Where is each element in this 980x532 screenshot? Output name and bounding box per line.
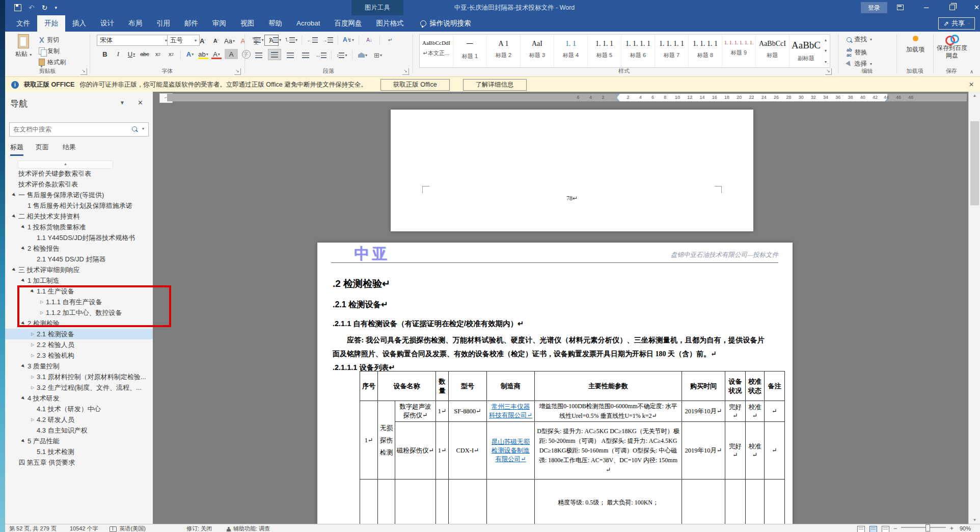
share-button[interactable]: ⇗ 共享 ▾ xyxy=(938,17,975,30)
nav-item[interactable]: 4.3 自主知识产权 xyxy=(5,425,153,436)
change-case-button[interactable]: Aa▾ xyxy=(224,36,235,46)
nav-item[interactable]: ▷2.3 检验机构 xyxy=(5,350,153,361)
bullets-button[interactable]: ▾ xyxy=(253,35,265,45)
close-button[interactable]: ✕ xyxy=(965,0,980,15)
chevron-down-icon[interactable]: ▼ xyxy=(120,100,125,105)
justify-button[interactable] xyxy=(300,50,312,60)
nav-item[interactable]: ▶5 产品性能 xyxy=(5,436,153,446)
save-to-netdisk-button[interactable]: 保存到百度网盘 xyxy=(936,35,968,60)
save-icon[interactable] xyxy=(14,4,21,11)
font-name-combobox[interactable]: 宋体▾ xyxy=(97,35,170,46)
ribbon-display-options-button[interactable] xyxy=(889,0,912,15)
redo-icon[interactable]: ↻ xyxy=(42,4,48,12)
page-indicator[interactable]: 第 52 页, 共 279 页 xyxy=(9,525,57,532)
find-button[interactable]: 查找▾ xyxy=(847,35,872,44)
ribbon-tab-8[interactable]: 审阅 xyxy=(205,15,233,32)
navigation-close-icon[interactable]: ✕ xyxy=(138,99,143,107)
horizontal-ruler[interactable]: 6422468101214161820222426283032343638404… xyxy=(167,94,967,101)
align-center-button[interactable] xyxy=(268,49,281,60)
style-item[interactable]: 1. 1标题 4 xyxy=(554,35,588,67)
nav-item[interactable]: ▶1 加工制造 xyxy=(5,275,153,286)
collapse-arrow-icon[interactable]: ▷ xyxy=(38,300,46,304)
expand-arrow-icon[interactable]: ▶ xyxy=(19,362,28,371)
strikethrough-button[interactable]: abc xyxy=(140,49,150,59)
zoom-in-button[interactable]: + xyxy=(950,525,954,532)
style-item[interactable]: A 1标题 2 xyxy=(487,35,521,67)
nav-item[interactable]: ▷4.2 研发人员 xyxy=(5,414,153,425)
ribbon-tab-10[interactable]: 帮助 xyxy=(261,15,289,32)
nav-item[interactable]: 5.1 技术检测 xyxy=(5,446,153,457)
paragraph-dialog-launcher[interactable]: ↘ xyxy=(402,68,409,75)
language-indicator[interactable]: 英语(美国) xyxy=(120,525,146,532)
nav-item[interactable]: 4.1 技术（研发）中心 xyxy=(5,404,153,414)
zoom-out-button[interactable]: − xyxy=(893,525,897,532)
web-layout-button[interactable] xyxy=(882,526,889,532)
highlight-color-button[interactable]: ab▾ xyxy=(198,49,208,59)
zoom-slider[interactable] xyxy=(901,527,946,528)
expand-arrow-icon[interactable]: ▶ xyxy=(28,287,37,296)
italic-button[interactable]: I xyxy=(113,49,123,59)
clipboard-dialog-launcher[interactable]: ↘ xyxy=(80,68,87,75)
ribbon-tab-7[interactable]: 邮件 xyxy=(177,15,205,32)
replace-button[interactable]: abac 替换 xyxy=(847,47,867,58)
collapse-arrow-icon[interactable]: ▷ xyxy=(29,332,37,336)
nav-item[interactable]: ▶3 质量控制 xyxy=(5,361,153,371)
expand-arrow-icon[interactable]: ▶ xyxy=(10,212,19,221)
nav-item[interactable]: ▶2 检测检验 xyxy=(5,318,153,329)
ribbon-tab-5[interactable]: 布局 xyxy=(121,15,149,32)
font-color-button[interactable]: A▾ xyxy=(211,49,222,59)
nav-item[interactable]: ▶1.1 生产设备 xyxy=(5,286,153,297)
increase-indent-button[interactable]: → xyxy=(321,35,334,45)
scrollbar-thumb[interactable] xyxy=(970,121,979,205)
nav-item[interactable]: 1 售后服务相关计划及保障措施承诺 xyxy=(5,200,153,211)
vertical-scrollbar[interactable]: ▲ ▼ xyxy=(968,92,980,524)
read-mode-button[interactable] xyxy=(857,526,865,532)
nav-item[interactable]: ▶2 检验报告 xyxy=(5,243,153,254)
decrease-indent-button[interactable]: ← xyxy=(306,35,318,45)
proofing-icon[interactable] xyxy=(110,526,117,532)
notice-close-icon[interactable]: ✕ xyxy=(969,81,974,88)
style-item[interactable]: AaBbCcI标题 xyxy=(756,35,790,67)
style-item[interactable]: AaBbC副标题 xyxy=(790,35,823,67)
nav-item[interactable]: ▷3.1 原材料控制（对原材料制定检验... xyxy=(5,371,153,382)
word-count[interactable]: 10542 个字 xyxy=(70,525,98,532)
expand-arrow-icon[interactable]: ▶ xyxy=(19,319,28,328)
align-left-button[interactable] xyxy=(253,50,265,60)
borders-button[interactable]: ⊞▾ xyxy=(372,50,384,60)
document-search-box[interactable]: ▾ xyxy=(9,122,149,137)
collapse-arrow-icon[interactable]: ▷ xyxy=(29,417,37,422)
zoom-level[interactable]: 90% xyxy=(960,525,971,531)
styles-gallery-scroll[interactable]: ▲ ▼ ▼̱ xyxy=(822,34,830,68)
nav-item[interactable]: 技术评价条款索引表 xyxy=(5,179,153,190)
minimize-button[interactable]: ─ xyxy=(915,0,938,15)
expand-arrow-icon[interactable]: ▶ xyxy=(19,437,28,446)
zoom-slider-thumb[interactable] xyxy=(925,524,930,531)
nav-item[interactable]: ▶1 投标货物质量标准 xyxy=(5,222,153,232)
ribbon-tab-2[interactable]: 开始 xyxy=(37,15,65,32)
clear-formatting-button[interactable]: A xyxy=(238,36,248,46)
nav-item[interactable]: ▶一 售后服务保障承诺(等提供) xyxy=(5,190,153,200)
asian-layout-button[interactable]: A↯▾ xyxy=(342,35,355,45)
ribbon-tab-12[interactable]: 百度网盘 xyxy=(328,15,369,32)
restore-button[interactable] xyxy=(941,0,964,15)
cut-button[interactable]: 剪切 xyxy=(39,35,59,45)
font-size-combobox[interactable]: 五号▾ xyxy=(167,35,200,46)
undo-icon[interactable]: ↶ xyxy=(29,4,35,12)
style-item[interactable]: 1. 1. 1. 1标题 7 xyxy=(655,35,689,67)
multilevel-list-button[interactable]: ⒈▾ xyxy=(284,35,297,45)
customize-qat-icon[interactable]: ▾ xyxy=(55,5,57,10)
subscript-button[interactable]: x2 xyxy=(153,49,163,59)
style-item[interactable]: 1. 1. 1. 1标题 6 xyxy=(621,35,655,67)
character-shading-button[interactable]: A xyxy=(225,49,238,59)
manufacturer-link[interactable]: 常州三丰仪器科技有限公司↵ xyxy=(489,403,532,419)
nav-item[interactable]: ▷1.1.2 加工中心、数控设备 xyxy=(5,307,153,318)
expand-arrow-icon[interactable]: ▶ xyxy=(19,394,28,403)
style-item[interactable]: 一标题 1 xyxy=(453,35,487,67)
add-ins-button[interactable]: 加载项 xyxy=(900,36,931,54)
get-genuine-office-button[interactable]: 获取正版 Office xyxy=(380,79,450,91)
style-item[interactable]: AaI标题 3 xyxy=(521,35,554,67)
manufacturer-link[interactable]: 昆山苏磁无损检测设备制造有限公司↵ xyxy=(492,438,530,463)
ribbon-tab-1[interactable]: 文件 xyxy=(9,15,37,32)
nav-item[interactable]: ▷3.2 生产过程(制度、文件、流程、... xyxy=(5,382,153,393)
expand-arrow-icon[interactable]: ▶ xyxy=(10,191,19,200)
